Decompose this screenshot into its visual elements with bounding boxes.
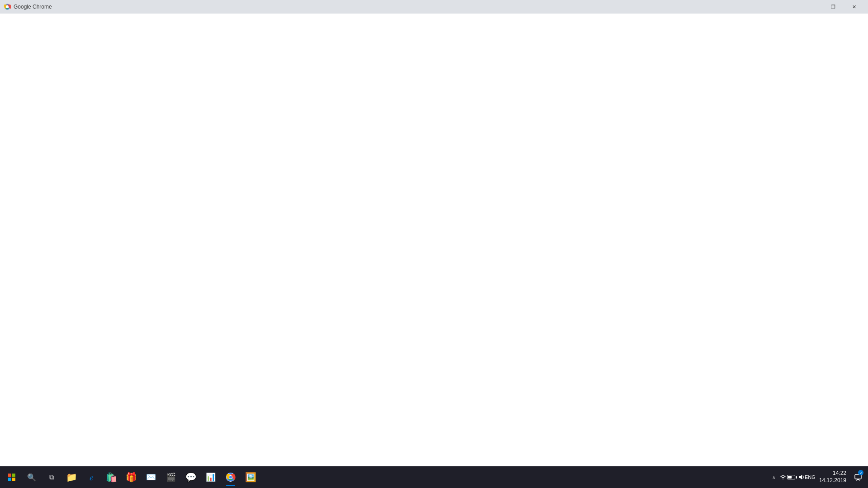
win-logo-blue	[8, 478, 11, 481]
clock-time-display: 14:22	[833, 470, 846, 477]
taskview-icon: ⧉	[49, 473, 54, 481]
battery-status-icon	[787, 475, 797, 479]
tray-wifi-icon[interactable]	[779, 474, 787, 481]
svg-point-5	[229, 476, 232, 479]
close-button[interactable]: ✕	[844, 0, 864, 14]
taskbar-search-button[interactable]: 🔍	[22, 467, 42, 487]
system-tray: ∧ ENG	[770, 467, 866, 487]
window-title: Google Chrome	[14, 4, 52, 10]
taskbar-store-button[interactable]: 🛍️	[101, 467, 121, 487]
edge-icon: 𝑒	[90, 472, 94, 483]
win-logo-red	[8, 474, 11, 477]
taskbar-clock[interactable]: 14:22 14.12.2019	[816, 470, 850, 484]
window-controls: − ❐ ✕	[802, 0, 864, 14]
tray-volume-button[interactable]	[797, 474, 805, 481]
powerpoint-icon: 📊	[206, 472, 216, 482]
files-icon: 🖼️	[245, 472, 256, 483]
notification-badge: 2	[858, 470, 863, 475]
taskbar-mail-button[interactable]: ✉️	[141, 467, 161, 487]
minimize-button[interactable]: −	[802, 0, 823, 14]
media-player-icon: 🎬	[166, 472, 176, 482]
title-bar: Google Chrome − ❐ ✕	[0, 0, 868, 14]
taskbar-edge-button[interactable]: 𝑒	[81, 467, 101, 487]
language-label: ENG	[805, 474, 816, 480]
restore-button[interactable]: ❐	[823, 0, 844, 14]
tray-battery-button[interactable]	[788, 474, 796, 481]
windows-logo-icon	[8, 474, 15, 481]
volume-icon	[797, 474, 805, 481]
taskbar-gift-button[interactable]: 🎁	[121, 467, 141, 487]
whatsapp-icon: 💬	[185, 472, 197, 483]
win-logo-yellow	[12, 478, 15, 481]
tray-overflow-button[interactable]: ∧	[770, 474, 778, 481]
taskbar: 🔍 ⧉ 📁 𝑒 🛍️ 🎁 ✉️ 🎬 💬 📊	[0, 466, 868, 488]
win-logo-green	[12, 474, 15, 477]
taskbar-chrome-button[interactable]	[221, 467, 241, 487]
browser-content-area	[0, 14, 868, 466]
search-icon: 🔍	[27, 473, 36, 482]
mail-icon: ✉️	[146, 472, 156, 482]
svg-point-1	[6, 5, 9, 8]
gift-icon: 🎁	[126, 472, 137, 483]
chrome-logo-icon	[4, 3, 11, 10]
store-icon: 🛍️	[106, 472, 117, 483]
start-button[interactable]	[2, 467, 22, 487]
taskbar-mediaplayer-button[interactable]: 🎬	[161, 467, 181, 487]
notification-center-button[interactable]: 2	[852, 467, 864, 487]
taskbar-files-button[interactable]: 🖼️	[241, 467, 260, 487]
taskbar-whatsapp-button[interactable]: 💬	[181, 467, 201, 487]
taskbar-powerpoint-button[interactable]: 📊	[201, 467, 221, 487]
file-explorer-icon: 📁	[66, 472, 77, 483]
taskbar-fileexplorer-button[interactable]: 📁	[61, 467, 81, 487]
title-bar-left: Google Chrome	[4, 3, 52, 10]
wifi-signal-icon	[779, 474, 787, 481]
tray-language-button[interactable]: ENG	[807, 474, 814, 481]
clock-date-display: 14.12.2019	[819, 477, 846, 484]
taskbar-taskview-button[interactable]: ⧉	[42, 467, 61, 487]
chrome-taskbar-icon	[225, 472, 236, 483]
